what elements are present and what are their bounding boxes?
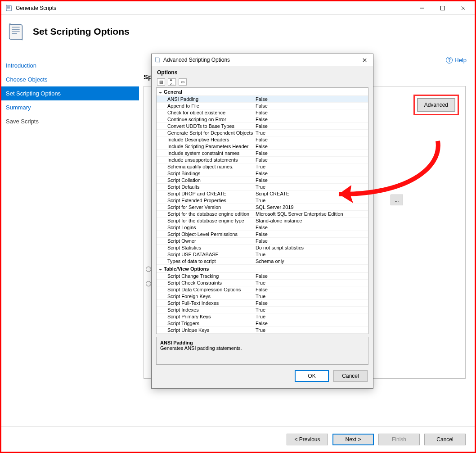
property-value[interactable]: False [256, 273, 368, 279]
property-row[interactable]: Generate Script for Dependent ObjectsTru… [157, 130, 368, 136]
property-row[interactable]: Include Scripting Parameters HeaderFalse [157, 143, 368, 150]
property-value[interactable]: False [256, 321, 368, 326]
radio-option-4[interactable] [146, 281, 151, 286]
property-value[interactable]: False [256, 150, 368, 156]
property-value[interactable]: True [256, 307, 368, 313]
property-value[interactable]: False [256, 117, 368, 122]
property-value[interactable]: True [256, 314, 368, 319]
property-row[interactable]: Script BindingsFalse [157, 170, 368, 177]
property-value[interactable]: False [256, 177, 368, 183]
property-row[interactable]: Script DROP and CREATEScript CREATE [157, 190, 368, 197]
advanced-button[interactable]: Advanced [418, 99, 455, 111]
property-value[interactable]: False [256, 144, 368, 149]
property-category[interactable]: ⌄Table/View Options [157, 265, 368, 273]
property-row[interactable]: Script IndexesTrue [157, 307, 368, 313]
property-row[interactable]: Include unsupported statementsFalse [157, 157, 368, 163]
property-name: Include system constraint names [167, 150, 256, 156]
sidebar-step-set-scripting[interactable]: Set Scripting Options [1, 86, 139, 100]
ok-button[interactable]: OK [295, 370, 329, 382]
property-row[interactable]: Script Primary KeysTrue [157, 313, 368, 320]
property-value[interactable]: Stand-alone instance [256, 218, 368, 223]
close-button[interactable] [453, 1, 474, 15]
help-link[interactable]: ? Help [446, 57, 467, 63]
property-row[interactable]: Script for Server VersionSQL Server 2019 [157, 204, 368, 211]
property-row[interactable]: Script for the database engine editionMi… [157, 211, 368, 217]
dialog-footer: OK Cancel [152, 365, 373, 388]
property-value[interactable]: True [256, 252, 368, 257]
categorized-view-icon[interactable]: ▤ [157, 78, 165, 86]
property-row[interactable]: ANSI PaddingFalse [157, 96, 368, 103]
property-value[interactable]: True [256, 280, 368, 285]
property-row[interactable]: Script DefaultsTrue [157, 184, 368, 190]
property-value[interactable]: False [256, 300, 368, 306]
property-row[interactable]: Script OwnerFalse [157, 238, 368, 245]
property-row[interactable]: Script Full-Text IndexesFalse [157, 300, 368, 307]
property-row[interactable]: Script LoginsFalse [157, 224, 368, 231]
property-value[interactable]: True [256, 184, 368, 190]
property-row[interactable]: Include Descriptive HeadersFalse [157, 136, 368, 143]
property-row[interactable]: Script Data Compression OptionsFalse [157, 286, 368, 293]
sidebar-step-summary[interactable]: Summary [1, 100, 139, 114]
property-value[interactable]: True [256, 164, 368, 169]
sidebar-step-save-scripts[interactable]: Save Scripts [1, 114, 139, 128]
sidebar-step-choose-objects[interactable]: Choose Objects [1, 72, 139, 86]
property-row[interactable]: Script Extended PropertiesTrue [157, 197, 368, 204]
property-row[interactable]: Check for object existenceFalse [157, 109, 368, 116]
radio-option-3[interactable] [146, 267, 151, 272]
property-value[interactable]: False [256, 137, 368, 142]
property-row[interactable]: Script Object-Level PermissionsFalse [157, 231, 368, 238]
property-row[interactable]: Continue scripting on ErrorFalse [157, 116, 368, 123]
property-value[interactable]: False [256, 225, 368, 230]
sidebar-step-introduction[interactable]: Introduction [1, 59, 139, 72]
property-value[interactable]: False [256, 238, 368, 244]
property-value[interactable]: Do not script statistics [256, 245, 368, 250]
property-row[interactable]: Schema qualify object names.True [157, 163, 368, 170]
property-row[interactable]: Script for the database engine typeStand… [157, 217, 368, 224]
property-row[interactable]: Script Check ConstraintsTrue [157, 280, 368, 286]
property-value[interactable]: False [256, 231, 368, 237]
property-value[interactable]: False [256, 103, 368, 109]
dialog-close-button[interactable] [359, 55, 370, 65]
property-value[interactable]: False [256, 123, 368, 129]
property-pages-icon[interactable]: ▭ [179, 78, 187, 86]
property-value[interactable]: False [256, 171, 368, 176]
property-value[interactable]: False [256, 287, 368, 292]
dialog-cancel-button[interactable]: Cancel [333, 370, 368, 382]
property-value[interactable]: False [256, 96, 368, 102]
property-row[interactable]: Include system constraint namesFalse [157, 150, 368, 157]
property-row[interactable]: Script Unique KeysTrue [157, 327, 368, 334]
cancel-button[interactable]: Cancel [424, 434, 466, 445]
property-value[interactable]: Schema only [256, 258, 368, 264]
property-row[interactable]: Script CollationFalse [157, 177, 368, 184]
property-value[interactable]: False [256, 110, 368, 115]
minimize-button[interactable] [412, 1, 432, 15]
property-row[interactable]: Script StatisticsDo not script statistic… [157, 245, 368, 251]
property-row[interactable]: Script Foreign KeysTrue [157, 293, 368, 300]
chevron-down-icon: ⌄ [158, 89, 164, 95]
property-value[interactable]: True [256, 198, 368, 203]
property-value[interactable]: False [256, 157, 368, 163]
property-row[interactable]: Script USE DATABASETrue [157, 251, 368, 258]
property-value[interactable]: True [256, 130, 368, 136]
property-row[interactable]: Types of data to scriptSchema only [157, 258, 368, 265]
property-category[interactable]: ⌄General [157, 88, 368, 96]
property-name: Script Owner [167, 238, 256, 244]
previous-button[interactable]: < Previous [287, 434, 328, 445]
property-row[interactable]: Script Change TrackingFalse [157, 273, 368, 280]
ellipsis-button[interactable]: ... [391, 195, 403, 205]
grid-toolbar: ▤ AZ↓ ▭ [152, 77, 373, 87]
property-row[interactable]: Script TriggersFalse [157, 320, 368, 327]
property-value[interactable]: SQL Server 2019 [256, 204, 368, 210]
property-value[interactable]: True [256, 294, 368, 299]
property-grid[interactable]: ⌄GeneralANSI PaddingFalseAppend to FileF… [156, 87, 368, 334]
property-value[interactable]: True [256, 327, 368, 333]
advanced-highlight: Advanced [413, 95, 459, 115]
maximize-button[interactable] [432, 1, 453, 15]
property-row[interactable]: Convert UDDTs to Base TypesFalse [157, 123, 368, 130]
property-value[interactable]: Script CREATE [256, 191, 368, 196]
alpha-sort-icon[interactable]: AZ↓ [168, 78, 176, 86]
property-row[interactable]: Append to FileFalse [157, 103, 368, 109]
next-button[interactable]: Next > [332, 434, 374, 445]
property-value[interactable]: Microsoft SQL Server Enterprise Edition [256, 211, 368, 217]
chevron-down-icon: ⌄ [158, 266, 164, 272]
